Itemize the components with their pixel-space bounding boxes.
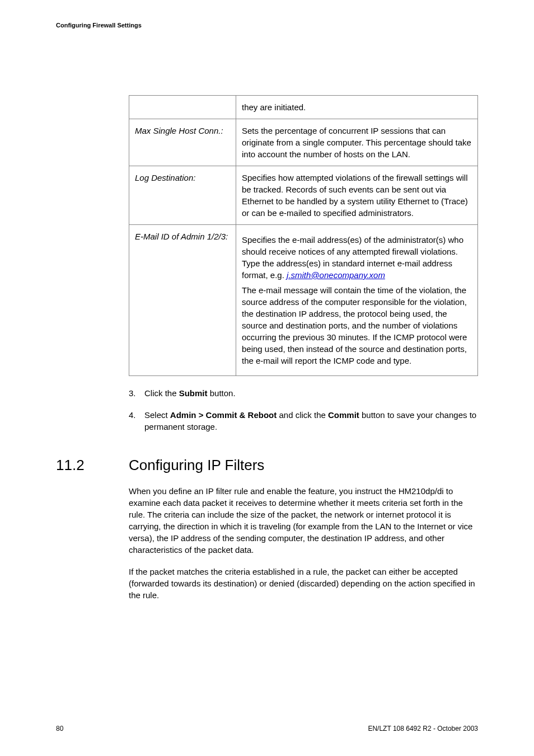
- steps-list: 3. Click the Submit button. 4. Select Ad…: [129, 387, 478, 433]
- def-label: [129, 96, 236, 119]
- step-bold: Submit: [179, 388, 208, 398]
- body-paragraph: When you define an IP filter rule and en…: [129, 485, 478, 556]
- page-number: 80: [56, 724, 63, 734]
- def-desc: Sets the percentage of concurrent IP ses…: [236, 119, 478, 166]
- email-link[interactable]: j.smith@onecompany.xom: [287, 270, 385, 280]
- table-row: Log Destination: Specifies how attempted…: [129, 166, 478, 225]
- def-label: Max Single Host Conn.:: [129, 119, 236, 166]
- def-desc: Specifies how attempted violations of th…: [236, 166, 478, 225]
- def-desc: Specifies the e-mail address(es) of the …: [236, 225, 478, 376]
- step-number: 4.: [129, 409, 144, 433]
- definitions-table: they are initiated. Max Single Host Conn…: [129, 95, 478, 376]
- list-item: 3. Click the Submit button.: [129, 387, 478, 399]
- running-header: Configuring Firewall Settings: [56, 21, 142, 30]
- def-text: The e-mail message will contain the time…: [242, 284, 472, 367]
- def-label: E-Mail ID of Admin 1/2/3:: [129, 225, 236, 376]
- step-text: Click the: [144, 388, 179, 398]
- step-text: and click the: [277, 410, 328, 420]
- table-row: E-Mail ID of Admin 1/2/3: Specifies the …: [129, 225, 478, 376]
- step-bold: Commit: [328, 410, 359, 420]
- doc-id: EN/LZT 108 6492 R2 - October 2003: [368, 724, 478, 734]
- section-title: Configuring IP Filters: [129, 455, 264, 475]
- step-text: button.: [208, 388, 236, 398]
- step-number: 3.: [129, 387, 144, 399]
- section-number: 11.2: [56, 455, 129, 475]
- page-footer: 80 EN/LZT 108 6492 R2 - October 2003: [56, 724, 478, 734]
- def-desc: they are initiated.: [236, 96, 478, 119]
- step-text: Select: [144, 410, 170, 420]
- list-item: 4. Select Admin > Commit & Reboot and cl…: [129, 409, 478, 433]
- def-label: Log Destination:: [129, 166, 236, 225]
- step-bold: Admin > Commit & Reboot: [170, 410, 277, 420]
- table-row: they are initiated.: [129, 96, 478, 119]
- body-paragraph: If the packet matches the criteria estab…: [129, 566, 478, 601]
- table-row: Max Single Host Conn.: Sets the percenta…: [129, 119, 478, 166]
